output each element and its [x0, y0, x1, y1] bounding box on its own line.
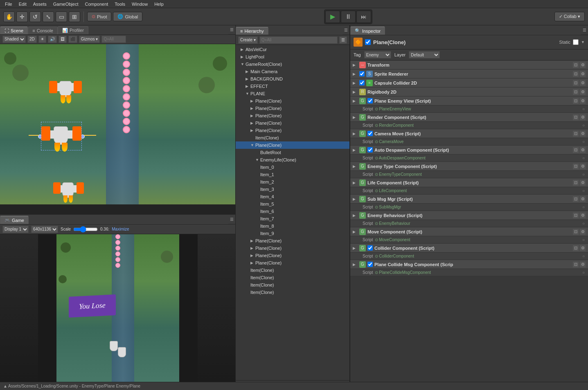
resolution-select[interactable]: 640x1136 [31, 226, 58, 233]
menu-assets[interactable]: Assets [30, 2, 50, 7]
transform-tool-btn[interactable]: ⊞ [69, 11, 80, 22]
component-sprite-renderer[interactable]: ▶ S Sprite Renderer ⊡ ⚙ [350, 69, 588, 78]
tree-item-planeclone-7[interactable]: ▶Plane(Clone) [236, 244, 349, 252]
tree-item-item4[interactable]: Item_4 [236, 193, 349, 200]
display-select[interactable]: Display 1 [2, 226, 29, 233]
tab-hierarchy[interactable]: ≡ Hierarchy [236, 27, 268, 35]
static-dropdown-arrow[interactable]: ▼ [581, 40, 585, 44]
component-collider-component[interactable]: ▶ G Collider Component (Script) ⊡ ⚙ [350, 244, 588, 253]
plane-collide-checkbox[interactable] [367, 262, 373, 267]
step-button[interactable]: ⏭ [356, 11, 371, 23]
hierarchy-options-btn[interactable]: ☰ [339, 36, 347, 44]
maximize-label[interactable]: Maximize [112, 227, 129, 231]
tree-item-planeclone-5[interactable]: ▶ Plane(Clone) [236, 127, 349, 134]
lighting-button[interactable]: ☀ [38, 36, 46, 43]
capsule-collider-checkbox[interactable] [359, 80, 365, 85]
tree-item-item2[interactable]: Item_2 [236, 178, 349, 186]
tree-item-planeclone-2[interactable]: ▶ Plane(Clone) [236, 105, 349, 112]
tree-item-item0[interactable]: Item_0 [236, 164, 349, 171]
tree-item-gameroot[interactable]: ▼ GameRoot(Clone) [236, 61, 349, 68]
tree-item-itemclone-3[interactable]: Item(Clone) [236, 274, 349, 281]
component-settings-btn-rigidbody[interactable]: ⚙ [580, 89, 586, 95]
tag-select[interactable]: Enemy Player Untagged [364, 51, 391, 58]
component-render-component[interactable]: ▶ G Render Component (Script) ⊡ ⚙ [350, 113, 588, 122]
component-ref-btn-eb[interactable]: ⊡ [573, 213, 579, 218]
rotate-tool-btn[interactable]: ↺ [29, 11, 41, 22]
camera-move-checkbox[interactable] [367, 131, 373, 136]
scene-effects-button[interactable]: ⬛ [68, 36, 77, 43]
component-settings-btn-mc[interactable]: ⚙ [580, 229, 586, 235]
component-settings-btn-ad[interactable]: ⚙ [580, 147, 586, 153]
component-settings-btn-rc[interactable]: ⚙ [580, 114, 586, 120]
global-button[interactable]: 🌐 Global [113, 12, 142, 21]
component-ref-btn-lc[interactable]: ⊡ [573, 180, 579, 186]
component-ref-btn-sprite[interactable]: ⊡ [573, 71, 579, 77]
tree-item-item1[interactable]: Item_1 [236, 171, 349, 178]
tab-profiler[interactable]: 📊 Profiler [58, 26, 88, 34]
gizmos-button[interactable]: Gizmos ▾ [79, 36, 100, 43]
tree-item-background[interactable]: ▶ BACKGROUND [236, 75, 349, 83]
hierarchy-search[interactable] [259, 36, 338, 44]
tree-item-maincamera[interactable]: ▶ Main Camera [236, 68, 349, 75]
pivot-button[interactable]: ⊙ Pivot [87, 12, 111, 21]
scale-tool-btn[interactable]: ⤡ [43, 11, 54, 22]
component-settings-btn[interactable]: ⚙ [580, 62, 586, 68]
component-ref-btn-rc[interactable]: ⊡ [573, 114, 579, 120]
move-tool-btn[interactable]: ✛ [16, 11, 28, 22]
tree-item-itemclone-4[interactable]: Item(Clone) [236, 281, 349, 289]
inspector-panel-options[interactable]: ☰ [581, 27, 588, 33]
component-enemy-type[interactable]: ▶ G Enemy Type Component (Script) ⊡ ⚙ [350, 162, 588, 171]
tree-item-planeclone-3[interactable]: ▶ Plane(Clone) [236, 112, 349, 119]
game-panel-options[interactable]: ☰ [228, 216, 235, 222]
component-ref-btn-cc[interactable]: ⊡ [573, 245, 579, 251]
menu-edit[interactable]: Edit [16, 2, 30, 7]
menu-help[interactable]: Help [151, 2, 167, 7]
component-rigidbody[interactable]: ▶ R Rigidbody 2D ⊡ ⚙ [350, 87, 588, 96]
component-settings-btn-et[interactable]: ⚙ [580, 164, 586, 169]
tree-item-effect[interactable]: ▶ EFFECT [236, 83, 349, 90]
hierarchy-create-btn[interactable]: Create ▾ [238, 36, 258, 44]
tree-item-item3[interactable]: Item_3 [236, 186, 349, 193]
scale-slider[interactable] [73, 226, 98, 232]
tree-item-planeclone-4[interactable]: ▶ Plane(Clone) [236, 119, 349, 127]
component-capsule-collider[interactable]: ▶ II Capsule Collider 2D ⊡ ⚙ [350, 78, 588, 87]
layer-select[interactable]: Default UI Background [409, 51, 440, 58]
rect-tool-btn[interactable]: ▭ [56, 11, 67, 22]
tree-item-plane[interactable]: ▼ PLANE [236, 90, 349, 97]
component-settings-btn-lc[interactable]: ⚙ [580, 180, 586, 186]
audio-button[interactable]: 🔊 [48, 36, 57, 43]
component-settings-btn-cm[interactable]: ⚙ [580, 131, 586, 137]
plane-enemy-view-checkbox[interactable] [367, 98, 373, 103]
tree-item-bulletroot[interactable]: ▶ BulletRoot [236, 149, 349, 156]
tree-item-itemclone-2[interactable]: Item(Clone) [236, 267, 349, 274]
menu-tools[interactable]: Tools [111, 2, 128, 7]
component-ref-btn-et[interactable]: ⊡ [573, 164, 579, 169]
component-ref-btn-collider[interactable]: ⊡ [573, 80, 579, 86]
component-ref-btn-smm[interactable]: ⊡ [573, 196, 579, 202]
tab-console[interactable]: ≡ Console [28, 27, 58, 34]
menu-component[interactable]: Component [81, 2, 111, 7]
component-enemy-behaviour[interactable]: ▶ G Enemy Behaviour (Script) ⊡ ⚙ [350, 211, 588, 220]
collab-button[interactable]: ✓ Collab ▾ [554, 12, 585, 21]
tree-item-itemclone-1[interactable]: ▶ Item(Clone) [236, 134, 349, 141]
tree-item-lightpool[interactable]: ▶ LightPool [236, 53, 349, 61]
component-settings-btn-pev[interactable]: ⚙ [580, 98, 586, 104]
tree-item-item7[interactable]: Item_7 [236, 215, 349, 222]
obj-active-checkbox[interactable] [365, 39, 371, 45]
image-effects-button[interactable]: 🖼 [59, 36, 67, 43]
component-settings-btn-sprite[interactable]: ⚙ [580, 71, 586, 77]
tree-item-planeclone-selected[interactable]: ▼ Plane(Clone) [236, 141, 349, 149]
menu-window[interactable]: Window [128, 2, 151, 7]
component-ref-btn-pev[interactable]: ⊡ [573, 98, 579, 104]
hand-tool-btn[interactable]: ✋ [3, 11, 15, 22]
component-settings-btn-cc[interactable]: ⚙ [580, 245, 586, 251]
hierarchy-panel-options[interactable]: ☰ [342, 27, 349, 33]
component-plane-enemy-view[interactable]: ▶ G Plane Enemy View (Script) ⊡ ⚙ [350, 96, 588, 105]
menu-gameobject[interactable]: GameObject [50, 2, 82, 7]
tree-item-planeclone-9[interactable]: ▶Plane(Clone) [236, 259, 349, 267]
tree-item-planeclone-8[interactable]: ▶Plane(Clone) [236, 252, 349, 259]
tree-item-planeclone-6[interactable]: ▶Plane(Clone) [236, 237, 349, 244]
component-ref-btn-cm[interactable]: ⊡ [573, 131, 579, 137]
component-ref-btn-mc[interactable]: ⊡ [573, 229, 579, 235]
menu-file[interactable]: File [2, 2, 16, 7]
